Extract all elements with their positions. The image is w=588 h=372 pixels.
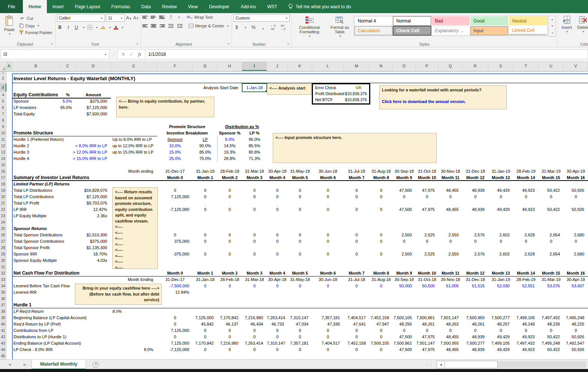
- row-header-2[interactable]: 2: [0, 74, 6, 84]
- cell-T44[interactable]: 49,923: [513, 347, 539, 353]
- cell-I33[interactable]: 31-Mar-18: [242, 276, 267, 283]
- row-header-15[interactable]: 15: [0, 162, 6, 168]
- cell-O33[interactable]: 30-Sep-18: [393, 276, 416, 283]
- cell-U42[interactable]: 50,422: [539, 334, 564, 340]
- cell-D6[interactable]: $7,125,000: [76, 105, 111, 111]
- cell-style-linked[interactable]: Linked Cell: [509, 26, 547, 35]
- cell-B20[interactable]: Total LP Contributions: [12, 194, 60, 200]
- cell-F13[interactable]: 15.0%: [157, 149, 193, 155]
- cell-P26[interactable]: 2,525: [416, 232, 438, 238]
- horizontal-scrollbar[interactable]: ◀: [437, 361, 586, 368]
- cell-F40[interactable]: 0: [157, 321, 193, 327]
- cell-U39[interactable]: 7,497,432: [539, 315, 564, 321]
- cell-D19[interactable]: $16,828,076: [76, 187, 111, 194]
- decrease-decimal-icon[interactable]: .00→.0: [280, 24, 286, 30]
- cell-V20[interactable]: 0: [564, 194, 588, 200]
- cell-T40[interactable]: 48,249: [513, 321, 539, 327]
- cell-L20[interactable]: 0: [312, 194, 344, 200]
- row-header-45[interactable]: 45: [0, 353, 6, 359]
- row-header-18[interactable]: 18: [0, 181, 6, 187]
- borders-icon[interactable]: [87, 25, 93, 30]
- cell-O16[interactable]: 30-Sep-18: [393, 168, 416, 175]
- clipboard-dialog-launcher[interactable]: ⇘: [49, 42, 54, 46]
- cell-I26[interactable]: 0: [242, 232, 267, 238]
- cell-G13[interactable]: 85.0%: [193, 149, 217, 155]
- cell-N39[interactable]: 7,452,158: [370, 315, 393, 321]
- cell-H26[interactable]: 0: [217, 232, 242, 238]
- cell-T27[interactable]: 0: [513, 238, 539, 245]
- cell-H20[interactable]: 0: [217, 194, 242, 200]
- cell-T32[interactable]: Month 14: [513, 270, 539, 276]
- cell-Q40[interactable]: 48,263: [438, 321, 462, 327]
- cell-I41[interactable]: 0: [242, 327, 267, 334]
- align-bottom-icon[interactable]: [159, 15, 165, 19]
- cell-D30[interactable]: 4.03x: [76, 257, 111, 264]
- cell-N22[interactable]: 0: [370, 206, 393, 213]
- fill-color-dropdown-arrow[interactable]: ▼: [109, 26, 111, 29]
- cell-K29[interactable]: 0: [288, 251, 312, 257]
- cell-J26[interactable]: 0: [267, 232, 288, 238]
- cell-P34[interactable]: 50,500: [416, 283, 438, 289]
- cell-V27[interactable]: 0: [564, 238, 588, 245]
- cell-U29[interactable]: 2,654: [539, 251, 564, 257]
- sheet-tab-waterfall-monthly[interactable]: Waterfall Monthly: [31, 360, 86, 369]
- cell-S33[interactable]: 31-Jan-19: [488, 276, 513, 283]
- cell-V32[interactable]: Month 16: [564, 270, 588, 276]
- cell-H19[interactable]: 0: [217, 187, 242, 194]
- cell-style-good[interactable]: Good: [470, 16, 508, 25]
- cell-style-expl[interactable]: Explanatory ...: [432, 26, 470, 35]
- cell-I29[interactable]: 0: [242, 251, 267, 257]
- cell-O44[interactable]: 47,500: [393, 347, 416, 353]
- cell-Q32[interactable]: Month 11: [438, 270, 462, 276]
- insert-function-icon[interactable]: fx: [138, 52, 141, 57]
- column-header-Q[interactable]: Q: [438, 61, 462, 71]
- cell-J19[interactable]: 0: [267, 187, 288, 194]
- cancel-icon[interactable]: ✕: [121, 52, 125, 57]
- cell-B11[interactable]: Hurdle 1 (Preferred Return): [12, 136, 60, 143]
- cell-N26[interactable]: 0: [370, 232, 393, 238]
- cell-I40[interactable]: 46,434: [242, 321, 267, 327]
- cell-B38[interactable]: LP Req'd Return: [12, 308, 60, 315]
- cell-L33[interactable]: 30-Jun-18: [312, 276, 344, 283]
- cell-F10[interactable]: Incentive Breakdown: [157, 130, 217, 136]
- cell-R20[interactable]: 0: [462, 194, 488, 200]
- cell-M27[interactable]: 0: [344, 238, 370, 245]
- row-header-44[interactable]: 44: [0, 347, 6, 353]
- cell-G22[interactable]: 0: [193, 206, 217, 213]
- cell-J34[interactable]: 0: [267, 283, 288, 289]
- cell-H12[interactable]: 14.5%: [217, 143, 242, 149]
- cell-R43[interactable]: 7,500,277: [462, 340, 488, 347]
- cell-Q20[interactable]: 0: [438, 194, 462, 200]
- cell-G32[interactable]: Month 1: [193, 270, 217, 276]
- cell-N19[interactable]: 0: [370, 187, 393, 194]
- cell-F34[interactable]: -7,500,000: [157, 283, 193, 289]
- cell-T29[interactable]: 2,628: [513, 251, 539, 257]
- cell-R26[interactable]: 2,576: [462, 232, 488, 238]
- cell-U27[interactable]: 0: [539, 238, 564, 245]
- name-box-dropdown-arrow[interactable]: ▼: [104, 53, 107, 56]
- cell-M41[interactable]: 0: [344, 327, 370, 334]
- fill-handle[interactable]: [265, 90, 268, 93]
- cell-H16[interactable]: 28-Feb-18: [217, 168, 242, 175]
- increase-indent-icon[interactable]: [177, 23, 183, 29]
- row-header-14[interactable]: 14: [0, 155, 6, 162]
- cell-F12[interactable]: 10.0%: [157, 143, 193, 149]
- cell-L40[interactable]: 47,336: [312, 321, 344, 327]
- cell-B6[interactable]: LP Investors: [12, 105, 60, 111]
- cell-P42[interactable]: 47,975: [416, 334, 438, 340]
- cell-B14[interactable]: Hurdle 4: [12, 155, 60, 162]
- cell-O34[interactable]: 50,000: [393, 283, 416, 289]
- column-header-O[interactable]: O: [393, 61, 416, 71]
- row-header-3[interactable]: 3: [0, 84, 6, 92]
- cell-S29[interactable]: 2,602: [488, 251, 513, 257]
- increase-decimal-icon[interactable]: ←.0.00: [270, 24, 276, 30]
- cell-B5[interactable]: Sponsor: [12, 98, 60, 105]
- cell-N27[interactable]: 0: [370, 238, 393, 245]
- cell-M20[interactable]: 0: [344, 194, 370, 200]
- cell-M22[interactable]: 0: [344, 206, 370, 213]
- cell-G12[interactable]: 90.0%: [193, 143, 217, 149]
- row-header-42[interactable]: 42: [0, 334, 6, 340]
- cell-M32[interactable]: Month 7: [344, 270, 370, 276]
- row-header-8[interactable]: 8: [0, 117, 6, 124]
- cell-I20[interactable]: 0: [242, 194, 267, 200]
